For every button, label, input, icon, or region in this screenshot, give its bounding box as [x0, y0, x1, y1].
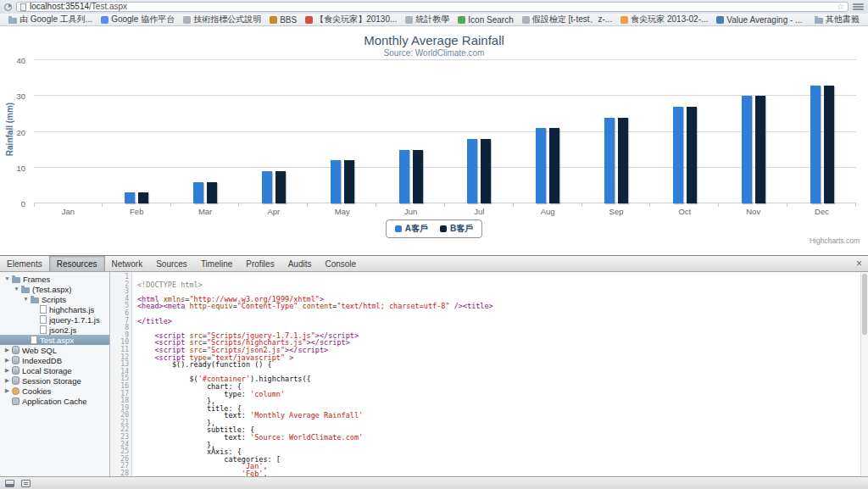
bookmark-star-icon[interactable]: ☆: [837, 3, 844, 11]
bar-b-dec[interactable]: [824, 86, 834, 203]
bar-b-jun[interactable]: [413, 150, 423, 203]
disclosure-expanded-icon[interactable]: ▼: [3, 276, 11, 282]
disclosure-collapsed-icon[interactable]: ▶: [3, 388, 11, 394]
disclosure-collapsed-icon[interactable]: ▶: [3, 368, 11, 374]
bar-b-mar[interactable]: [207, 182, 217, 203]
x-tick-label: Jun: [376, 207, 445, 216]
bar-b-may[interactable]: [344, 160, 354, 203]
y-tick-label: 0: [21, 199, 25, 208]
code-line: </title>: [137, 318, 868, 325]
bar-a-may[interactable]: [331, 160, 341, 203]
bookmark-item[interactable]: Icon Search: [454, 14, 516, 25]
bar-a-jun[interactable]: [399, 150, 409, 203]
bar-b-feb[interactable]: [138, 192, 148, 203]
bar-a-aug[interactable]: [536, 128, 546, 203]
page-content: Monthly Average Rainfall Source: WorldCl…: [0, 26, 868, 255]
source-code[interactable]: <!DOCTYPE html><html xmlns="http://www.w…: [132, 272, 868, 476]
reload-icon[interactable]: [4, 3, 12, 11]
bookmark-item[interactable]: 統計教學: [402, 13, 453, 26]
category-group-aug: [514, 60, 582, 203]
bar-b-aug[interactable]: [549, 128, 559, 203]
chart-credits[interactable]: Highcharts.com: [810, 236, 860, 245]
tree-item-label: highcharts.js: [49, 305, 94, 314]
bookmark-item[interactable]: Value Averaging - ...: [713, 14, 805, 25]
tree-item-test-aspx[interactable]: Test.aspx: [0, 335, 109, 345]
tree-item-jquery-1-7-1-js[interactable]: jquery-1.7.1.js: [0, 314, 109, 325]
devtools-tab-profiles[interactable]: Profiles: [239, 256, 281, 271]
address-bar[interactable]: localhost:35514/Test.aspx ☆: [16, 2, 849, 12]
disclosure-collapsed-icon[interactable]: ▶: [3, 347, 11, 353]
tree-item-highcharts-js[interactable]: highcharts.js: [0, 304, 109, 314]
category-group-sep: [582, 60, 651, 203]
tree-item-web-sql[interactable]: ▶Web SQL: [0, 345, 109, 355]
y-tick-label: 40: [16, 56, 25, 65]
disclosure-expanded-icon[interactable]: ▼: [13, 286, 20, 292]
scrollbar[interactable]: [860, 272, 868, 476]
devtools-tab-resources[interactable]: Resources: [49, 256, 105, 271]
devtools-tab-audits[interactable]: Audits: [281, 256, 319, 271]
bar-a-oct[interactable]: [673, 107, 683, 203]
legend-container: A客戶B客戶: [0, 219, 868, 238]
devtools-tab-network[interactable]: Network: [105, 256, 150, 271]
bar-b-apr[interactable]: [275, 171, 286, 203]
bar-a-apr[interactable]: [262, 171, 272, 203]
disclosure-collapsed-icon[interactable]: ▶: [3, 378, 11, 384]
devtools-body: ▼Frames▼(Test.aspx)▼Scriptshighcharts.js…: [0, 272, 868, 476]
disclosure-collapsed-icon[interactable]: ▶: [3, 358, 11, 364]
page-icon: [20, 3, 26, 11]
scrollbar-thumb[interactable]: [862, 274, 867, 335]
bar-b-nov[interactable]: [755, 96, 765, 203]
tree-item-frames[interactable]: ▼Frames: [0, 274, 109, 284]
tree-item-indexeddb[interactable]: ▶IndexedDB: [0, 355, 109, 365]
tree-item-local-storage[interactable]: ▶Local Storage: [0, 365, 109, 375]
category-group-jul: [445, 60, 514, 203]
other-bookmarks-button[interactable]: 其他書籤: [811, 13, 863, 26]
legend-item-a[interactable]: A客戶: [395, 223, 428, 235]
legend-item-b[interactable]: B客戶: [440, 223, 473, 235]
bookmark-item[interactable]: 【食尖玩家】20130...: [302, 13, 400, 26]
appcache-icon: [12, 397, 19, 405]
legend-label: A客戶: [405, 223, 428, 235]
tree-item-test-aspx[interactable]: ▼(Test.aspx): [0, 284, 109, 294]
console-toggle-icon[interactable]: [21, 480, 31, 487]
bar-a-nov[interactable]: [742, 96, 752, 203]
bar-a-mar[interactable]: [193, 182, 203, 203]
chart-subtitle: Source: WorldClimate.com: [0, 48, 868, 58]
url-path: /Test.aspx: [89, 2, 127, 11]
tree-item-cookies[interactable]: ▶Cookies: [0, 386, 109, 396]
tree-item-application-cache[interactable]: Application Cache: [0, 396, 109, 406]
devtools-tab-sources[interactable]: Sources: [149, 256, 194, 271]
bookmark-item[interactable]: BBS: [266, 14, 300, 25]
favicon: [101, 16, 108, 24]
storage-icon: [12, 366, 19, 375]
favicon: [405, 16, 413, 24]
bookmark-label: BBS: [280, 15, 297, 25]
bookmark-item[interactable]: 食尖玩家 2013-02-...: [617, 13, 711, 26]
bar-b-sep[interactable]: [618, 118, 628, 203]
code-line: $('#container').highcharts({: [137, 375, 868, 383]
devtools-tab-console[interactable]: Console: [318, 256, 363, 271]
devtools-tab-elements[interactable]: Elements: [0, 256, 49, 271]
tree-item-session-storage[interactable]: ▶Session Storage: [0, 375, 109, 386]
close-icon[interactable]: ×: [850, 258, 868, 269]
bookmark-item[interactable]: Google 協作平台: [97, 13, 178, 26]
dock-icon[interactable]: [5, 480, 14, 487]
bar-a-sep[interactable]: [604, 118, 615, 203]
favicon: [270, 16, 277, 24]
bookmark-item[interactable]: 假設檢定 [t-test、z-...: [519, 13, 615, 26]
bookmark-item[interactable]: Yahoo!奇摩新聞: [807, 13, 810, 26]
bar-a-feb[interactable]: [125, 192, 135, 203]
bar-a-dec[interactable]: [810, 86, 821, 203]
bar-b-oct[interactable]: [687, 107, 697, 203]
menu-icon[interactable]: [853, 3, 864, 11]
bookmark-item[interactable]: 由 Google 工具列...: [5, 13, 96, 26]
bar-a-jul[interactable]: [467, 139, 477, 203]
tree-item-json2-js[interactable]: json2.js: [0, 325, 109, 335]
browser-window: localhost:35514/Test.aspx ☆ 由 Google 工具列…: [0, 0, 868, 489]
folder-icon: [31, 297, 39, 303]
devtools-tab-timeline[interactable]: Timeline: [194, 256, 239, 271]
bar-b-jul[interactable]: [481, 139, 491, 203]
disclosure-expanded-icon[interactable]: ▼: [22, 297, 30, 303]
tree-item-scripts[interactable]: ▼Scripts: [0, 294, 109, 304]
bookmark-item[interactable]: 技術指標公式說明: [180, 13, 264, 26]
